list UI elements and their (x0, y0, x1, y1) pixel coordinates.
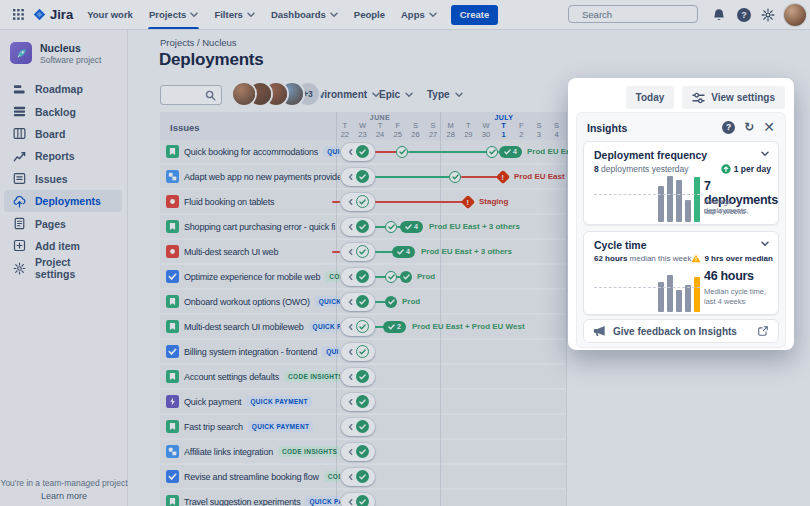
deployment-frequency-card: Deployment frequency 8 deployments yeste… (583, 141, 779, 225)
external-link-icon (757, 325, 769, 337)
chart-bar (685, 285, 691, 312)
insights-help-icon[interactable]: ? (722, 121, 735, 134)
today-button[interactable]: Today (626, 86, 675, 109)
refresh-icon[interactable]: ↻ (744, 120, 754, 134)
jira-app: Jira Your workProjectsFiltersDashboardsP… (0, 0, 810, 506)
over-median: 9 hrs over median (691, 254, 772, 263)
megaphone-icon (593, 325, 606, 337)
chevron-down-icon[interactable] (761, 151, 769, 157)
cycle-time-value: 46 hours (704, 269, 754, 283)
deployment-frequency-chart (594, 176, 700, 222)
chart-bar (685, 200, 691, 222)
close-icon[interactable]: ✕ (763, 120, 775, 134)
trend-up-icon (721, 164, 731, 174)
deployments-yesterday: 8 deployments yesterday (594, 164, 689, 174)
chart-bar (667, 275, 673, 312)
cycle-time-chart (594, 266, 700, 312)
cycle-time-title: Cycle time (594, 239, 647, 251)
chart-bar (694, 277, 700, 312)
median-this-week: 62 hours median this week (594, 254, 691, 263)
deployment-frequency-title: Deployment frequency (594, 149, 707, 161)
rate-per-day: 1 per day (721, 164, 771, 174)
median-dashed-line (594, 194, 700, 195)
warning-icon (691, 254, 701, 263)
insights-panel: Insights ? ↻ ✕ Deployment frequency 8 de… (576, 112, 786, 348)
median-dashed-line (594, 287, 700, 288)
give-feedback-button[interactable]: Give feedback on Insights (583, 319, 779, 343)
chart-bar (676, 180, 682, 222)
chart-bar (658, 186, 664, 222)
chevron-down-icon[interactable] (761, 241, 769, 247)
sliders-icon (692, 92, 705, 104)
chart-bar (667, 176, 673, 222)
cycle-time-card: Cycle time 62 hours median this week 9 h… (583, 231, 779, 315)
view-settings-button[interactable]: View settings (682, 86, 785, 109)
chart-bar (676, 290, 682, 312)
insights-spotlight: Today View settings Insights ? ↻ ✕ Deplo… (568, 78, 794, 350)
chart-bar (694, 177, 700, 222)
insights-title: Insights (587, 122, 627, 134)
